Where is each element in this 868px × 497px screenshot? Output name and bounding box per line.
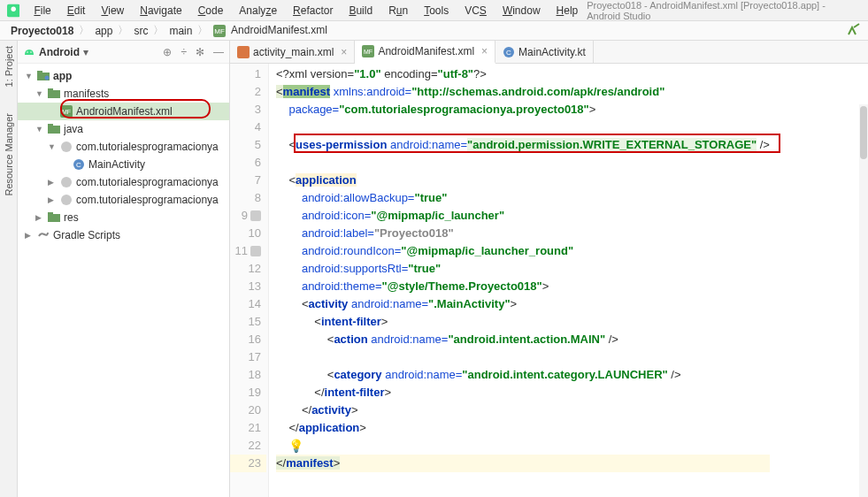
build-tool-icon[interactable] [847,22,861,39]
svg-point-19 [61,195,72,205]
menu-file[interactable]: File [27,3,58,19]
tab-label: MainActivity.kt [518,46,586,58]
tree-pkg2-label: com.tutorialesprogramacionya [76,176,219,188]
menu-build[interactable]: Build [342,3,380,19]
tree-package-test2[interactable]: ▶ com.tutorialesprogramacionya [18,191,229,209]
line-number: 15 [249,313,261,331]
line-number: 14 [249,295,261,313]
chevron-right-icon: 〉 [196,23,210,38]
project-tree: ▼ app ▼ manifests MF AndroidManifest.xml… [18,64,229,248]
line-number: 18 [249,366,261,384]
line-number: 6 [255,154,261,172]
left-rail: 1: Project Resource Manager [0,41,18,497]
rail-project-tab[interactable]: 1: Project [4,46,14,87]
dropdown-arrow-icon: ▾ [83,46,88,58]
tree-manifests-label: manifests [64,88,109,100]
menu-code[interactable]: Code [191,3,231,19]
folder-icon [48,88,60,100]
svg-rect-22 [237,46,250,58]
expand-arrow-icon: ▶ [35,213,44,222]
manifest-file-icon: MF [213,25,226,37]
gear-icon[interactable]: ✻ [196,46,204,58]
close-tab-icon[interactable]: × [341,46,347,58]
manifest-file-icon: MF [60,105,73,118]
expand-arrow-icon: ▼ [25,72,34,80]
intention-bulb-icon[interactable]: 💡 [288,439,303,453]
tab-androidmanifest[interactable]: MF AndroidManifest.xml × [355,41,495,64]
line-number: 13 [249,278,261,295]
breadcrumb-app[interactable]: app [91,25,116,37]
svg-rect-14 [48,124,53,126]
gutter-image-icon[interactable] [250,210,261,221]
rail-resource-manager-tab[interactable]: Resource Manager [4,113,14,196]
editor-body[interactable]: 1 2 3 4 5 6 7 8 9 10 11 12 13 14 15 16 1… [230,64,868,497]
target-icon[interactable]: ⊕ [163,46,172,58]
tree-res-folder[interactable]: ▶ res [18,209,229,226]
chevron-right-icon: 〉 [151,23,165,38]
line-number: 2 [255,83,261,101]
expand-arrow-icon: ▼ [35,125,44,134]
menu-run[interactable]: Run [381,3,415,19]
project-panel-header: Android ▾ ⊕ ÷ ✻ — [18,41,229,64]
kotlin-class-icon: C [73,158,85,171]
svg-text:C: C [506,49,511,57]
svg-rect-21 [48,212,53,215]
expand-arrow-icon: ▶ [48,195,57,204]
breadcrumb-bar: Proyecto018 〉 app 〉 src 〉 main 〉 MF Andr… [0,21,868,41]
tab-activity-main[interactable]: activity_main.xml × [230,41,355,63]
svg-point-5 [30,51,32,53]
svg-rect-10 [48,88,53,91]
menu-edit[interactable]: Edit [60,3,93,19]
gutter-image-icon[interactable] [250,246,261,256]
tab-label: activity_main.xml [253,46,334,58]
tree-manifests-folder[interactable]: ▼ manifests [18,85,229,103]
tree-pkg3-label: com.tutorialesprogramacionya [76,194,219,206]
tab-mainactivity[interactable]: C MainActivity.kt [495,41,594,63]
menu-analyze[interactable]: Analyze [232,3,284,19]
breadcrumb-file[interactable]: MF AndroidManifest.xml [210,24,330,37]
tree-package-main[interactable]: ▼ com.tutorialesprogramacionya [18,138,229,156]
expand-arrow-icon: ▼ [35,89,44,98]
collapse-icon[interactable]: ÷ [181,46,187,58]
editor-area: activity_main.xml × MF AndroidManifest.x… [230,41,868,497]
tree-mainactivity-file[interactable]: C MainActivity [18,156,229,173]
chevron-right-icon: 〉 [77,23,91,38]
line-number: 16 [249,331,261,348]
menubar: File Edit View Navigate Code Analyze Ref… [0,0,868,21]
close-tab-icon[interactable]: × [481,45,488,57]
menu-refactor[interactable]: Refactor [286,3,340,19]
project-view-dropdown[interactable]: Android [39,46,80,58]
line-number: 9 [242,207,248,225]
tree-manifest-file[interactable]: MF AndroidManifest.xml [18,103,229,120]
tree-app-module[interactable]: ▼ app [18,67,229,85]
breadcrumb-file-label: AndroidManifest.xml [231,24,327,36]
menu-vcs[interactable]: VCS [457,3,494,19]
line-number: 3 [255,101,261,119]
code-content[interactable]: <?xml version="1.0" encoding="utf-8"?> <… [269,64,770,497]
svg-text:MF: MF [215,27,226,35]
kotlin-class-icon: C [503,46,515,58]
breadcrumb-project[interactable]: Proyecto018 [7,25,77,37]
breadcrumb-src[interactable]: src [130,25,151,37]
line-number: 21 [249,419,261,437]
hide-panel-icon[interactable]: — [213,46,224,58]
menu-navigate[interactable]: Navigate [133,3,188,19]
line-number: 11 [235,242,248,260]
scrollbar-thumb[interactable] [860,106,867,159]
package-icon [60,141,73,153]
svg-point-1 [11,6,15,11]
svg-text:MF: MF [364,49,373,55]
tree-java-folder[interactable]: ▼ java [18,120,229,138]
menu-window[interactable]: Window [495,3,548,19]
line-number: 4 [255,119,261,136]
menu-view[interactable]: View [94,3,131,19]
menu-tools[interactable]: Tools [417,3,456,19]
project-panel: Android ▾ ⊕ ÷ ✻ — ▼ app ▼ manifests [18,41,230,497]
tree-java-label: java [64,123,83,135]
breadcrumb-main[interactable]: main [165,25,196,37]
vertical-scrollbar[interactable] [859,104,868,497]
svg-text:C: C [76,161,81,169]
menu-help[interactable]: Help [549,3,586,19]
tree-package-test1[interactable]: ▶ com.tutorialesprogramacionya [18,173,229,191]
tree-gradle-scripts[interactable]: ▶ Gradle Scripts [18,226,229,244]
